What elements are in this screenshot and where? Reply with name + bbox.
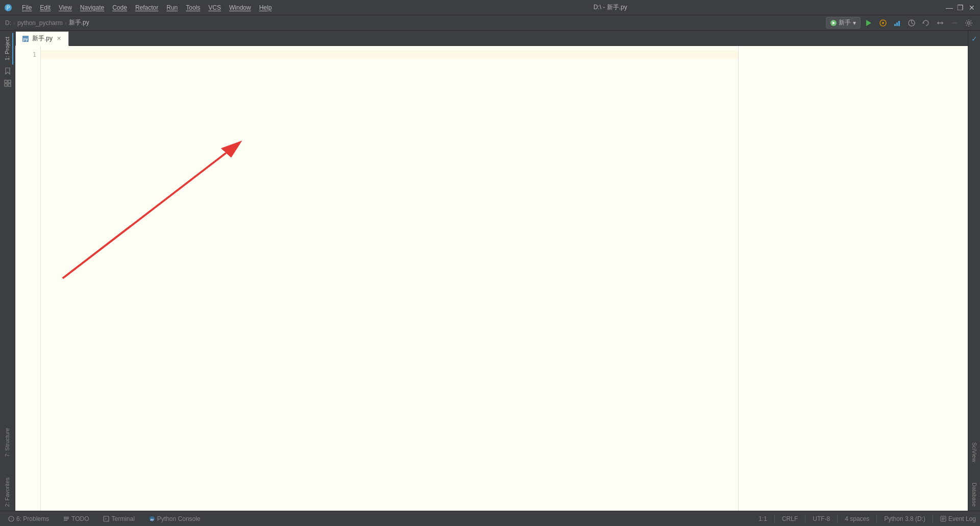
svg-rect-22 <box>8 84 11 86</box>
svg-marker-18 <box>6 68 10 74</box>
sidebar-tab-sciview[interactable]: SciView <box>970 438 979 466</box>
profile-button[interactable] <box>905 17 918 29</box>
problems-tab[interactable]: ! 6: Problems <box>4 514 53 524</box>
svg-rect-7 <box>896 22 898 26</box>
svg-rect-31 <box>64 520 67 521</box>
menu-file[interactable]: File <box>18 3 35 13</box>
breadcrumb-sep2: › <box>65 19 67 27</box>
todo-icon <box>63 516 69 522</box>
main-layout: 1: Project 7: Structure 2: Favorites <box>0 31 980 511</box>
menu-view[interactable]: View <box>55 3 76 13</box>
run-button[interactable] <box>863 17 875 29</box>
right-sidebar: ✓ SciView Database <box>968 31 980 511</box>
left-sidebar: 1: Project 7: Structure 2: Favorites <box>0 31 15 511</box>
menu-vcs[interactable]: VCS <box>205 3 225 13</box>
cursor-position[interactable]: 1:1 <box>758 515 767 522</box>
svg-line-11 <box>912 23 913 24</box>
run-config-dropdown: ▾ <box>853 19 856 27</box>
right-panel <box>738 46 968 511</box>
event-log[interactable]: Event Log <box>940 515 976 522</box>
line-numbers: 1 <box>15 46 41 511</box>
python-console-tab[interactable]: py Python Console <box>145 514 205 524</box>
terminal-icon: >_ <box>103 516 109 522</box>
arrow-annotation <box>41 46 738 511</box>
maximize-button[interactable]: ❐ <box>957 4 965 12</box>
sidebar-icon-grid[interactable] <box>2 78 13 89</box>
svg-rect-16 <box>952 22 957 23</box>
breadcrumb-file[interactable]: 新手.py <box>69 18 89 27</box>
svg-text:py: py <box>23 37 28 41</box>
svg-rect-30 <box>64 518 69 519</box>
svg-rect-21 <box>5 84 7 86</box>
todo-label: TODO <box>71 515 89 522</box>
app-icon: P <box>4 4 12 12</box>
indent[interactable]: 4 spaces <box>845 515 869 522</box>
terminal-label: Terminal <box>111 515 134 522</box>
menu-window[interactable]: Window <box>226 3 255 13</box>
navbar: D: › python_pycharm › 新手.py 新手 ▾ <box>0 15 980 31</box>
bottom-left: ! 6: Problems TODO >_ Terminal py Py <box>4 514 205 524</box>
sidebar-tab-database[interactable]: Database <box>970 479 979 511</box>
todo-tab[interactable]: TODO <box>59 514 93 524</box>
settings-button[interactable] <box>963 17 975 29</box>
sidebar-tab-favorites[interactable]: 2: Favorites <box>2 473 13 511</box>
editor-body[interactable]: 1 <box>15 46 968 511</box>
terminal-tab[interactable]: >_ Terminal <box>99 514 138 524</box>
editor-container: py 新手.py ✕ 1 <box>15 31 968 511</box>
toolbar-right: 新手 ▾ <box>826 17 975 29</box>
debug-button[interactable] <box>877 17 889 29</box>
menu-navigate[interactable]: Navigate <box>77 3 108 13</box>
sidebar-tab-project[interactable]: 1: Project <box>2 33 13 64</box>
line-number-1: 1 <box>15 50 36 59</box>
check-icon[interactable]: ✓ <box>969 33 979 45</box>
svg-text:py: py <box>151 518 154 521</box>
close-button[interactable]: ✕ <box>968 4 976 12</box>
bottom-bar: ! 6: Problems TODO >_ Terminal py Py <box>0 511 980 526</box>
svg-marker-15 <box>942 21 943 25</box>
bottom-right: 1:1 CRLF UTF-8 4 spaces Python 3.8 (D:) … <box>758 515 976 523</box>
menu-help[interactable]: Help <box>256 3 276 13</box>
breadcrumb-root[interactable]: D: <box>5 19 11 27</box>
run-config-label: 新手 <box>839 18 851 27</box>
menu-refactor[interactable]: Refactor <box>132 3 162 13</box>
event-log-label: Event Log <box>948 515 976 522</box>
run-config-button[interactable]: 新手 ▾ <box>826 17 861 29</box>
svg-text:!: ! <box>11 517 12 521</box>
coverage-button[interactable] <box>891 17 903 29</box>
sidebar-tab-structure[interactable]: 7: Structure <box>2 424 13 461</box>
run-config-icon <box>830 20 837 26</box>
breadcrumb: D: › python_pycharm › 新手.py <box>5 18 89 27</box>
svg-line-26 <box>63 153 226 278</box>
code-area[interactable] <box>41 46 738 511</box>
update-button[interactable] <box>920 17 932 29</box>
title-bar: P File Edit View Navigate Code Refactor … <box>0 0 980 15</box>
menu-code[interactable]: Code <box>109 3 131 13</box>
event-log-icon <box>940 516 946 522</box>
svg-text:>_: >_ <box>105 517 109 521</box>
menu-tools[interactable]: Tools <box>182 3 204 13</box>
menu-run[interactable]: Run <box>163 3 181 13</box>
title-bar-right: — ❐ ✕ <box>945 4 976 12</box>
menu-bar: File Edit View Navigate Code Refactor Ru… <box>18 3 275 13</box>
svg-point-5 <box>882 22 884 24</box>
toggle-layout-button[interactable] <box>934 17 946 29</box>
interpreter[interactable]: Python 3.8 (D:) <box>884 515 925 522</box>
menu-edit[interactable]: Edit <box>36 3 54 13</box>
svg-marker-3 <box>866 20 871 26</box>
breadcrumb-folder[interactable]: python_pycharm <box>17 19 63 27</box>
svg-rect-19 <box>5 80 7 83</box>
encoding[interactable]: UTF-8 <box>813 515 830 522</box>
line-ending[interactable]: CRLF <box>782 515 798 522</box>
problems-icon: ! <box>8 516 14 522</box>
svg-rect-6 <box>894 24 896 26</box>
svg-rect-8 <box>898 21 900 26</box>
svg-marker-14 <box>937 21 939 25</box>
tab-close-button[interactable]: ✕ <box>56 35 62 42</box>
sidebar-icon-bookmark[interactable] <box>2 65 13 77</box>
title-bar-left: P File Edit View Navigate Code Refactor … <box>4 3 275 13</box>
tab-bar: py 新手.py ✕ <box>15 31 968 46</box>
minimize-button[interactable]: — <box>945 4 953 12</box>
title-center: D:\ - 新手.py <box>594 3 627 12</box>
editor-tab-main[interactable]: py 新手.py ✕ <box>15 31 69 46</box>
tab-file-icon: py <box>22 35 29 42</box>
